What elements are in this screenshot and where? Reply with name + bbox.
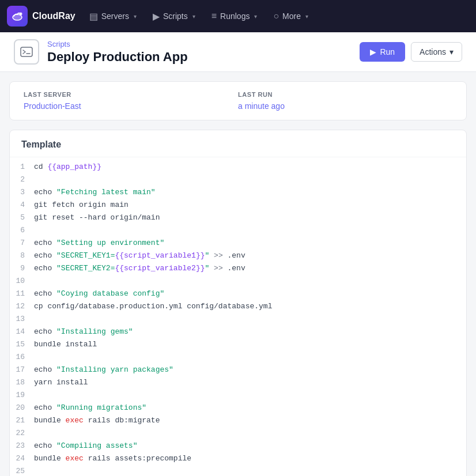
table-row: 20echo "Running migrations" [10,403,466,415]
page-title: Deploy Production App [47,50,188,65]
navbar: CloudRay ▤ Servers ▾ ▶ Scripts ▾ ≡ Runlo… [0,0,476,32]
line-number: 10 [10,277,34,285]
line-content: echo "Installing yarn packages" [34,365,466,374]
scripts-icon: ▶ [153,11,160,22]
line-content: echo "Compiling assets" [34,441,466,450]
last-server-section: LAST SERVER Production-East [24,91,238,111]
header-actions: ▶ Run Actions ▾ [360,42,462,62]
table-row: 22 [10,428,466,441]
last-run-label: LAST RUN [238,91,452,98]
table-row: 15bundle install [10,339,466,352]
line-number: 16 [10,353,34,361]
table-row: 24bundle exec rails assets:precompile [10,454,466,466]
actions-label: Actions [420,47,446,56]
run-label: Run [380,47,395,56]
actions-button[interactable]: Actions ▾ [411,42,462,62]
chevron-down-icon: ▾ [134,13,137,20]
line-content: cp config/database.production.yml config… [34,302,466,311]
terminal-icon [14,39,39,65]
chevron-down-icon: ▾ [254,13,257,20]
line-number: 15 [10,340,34,349]
last-run-section: LAST RUN a minute ago [238,91,452,111]
play-icon: ▶ [370,47,376,56]
table-row: 4git fetch origin main [10,200,466,213]
line-number: 8 [10,251,34,260]
nav-item-more[interactable]: ○ More ▾ [266,7,315,25]
line-content: git reset --hard origin/main [34,213,466,222]
table-row: 10 [10,276,466,289]
line-number: 1 [10,163,34,171]
line-number: 21 [10,416,34,425]
more-icon: ○ [273,11,279,21]
line-number: 4 [10,201,34,209]
title-block: Scripts Deploy Production App [47,40,188,65]
line-content: bundle install [34,340,466,349]
last-server-label: LAST SERVER [24,91,238,98]
table-row: 19 [10,390,466,403]
line-content: bundle exec rails db:migrate [34,416,466,425]
chevron-down-icon: ▾ [192,13,195,20]
line-number: 19 [10,391,34,399]
line-number: 3 [10,188,34,197]
table-row: 14echo "Installing gems" [10,327,466,339]
table-row: 23echo "Compiling assets" [10,441,466,454]
svg-point-1 [20,13,22,16]
page-header: Scripts Deploy Production App ▶ Run Acti… [0,32,476,72]
chevron-down-icon: ▾ [449,47,454,56]
servers-icon: ▤ [89,11,98,22]
nav-label-scripts: Scripts [163,12,188,21]
last-run-value: a minute ago [238,101,452,111]
line-number: 17 [10,365,34,374]
line-content: echo "Running migrations" [34,403,466,412]
line-number: 7 [10,239,34,247]
table-row: 25 [10,466,466,476]
line-number: 20 [10,403,34,412]
breadcrumb[interactable]: Scripts [47,40,188,48]
line-content: yarn install [34,378,466,387]
line-number: 23 [10,441,34,450]
table-row: 1cd {{app_path}} [10,162,466,175]
table-row: 6 [10,225,466,238]
line-content: echo "Setting up environment" [34,239,466,247]
last-server-value[interactable]: Production-East [24,101,238,111]
line-content: echo "SECRET_KEY1={{script_variable1}}" … [34,251,466,260]
table-row: 9echo "SECRET_KEY2={{script_variable2}}"… [10,263,466,276]
nav-label-more: More [282,12,301,21]
table-row: 16 [10,352,466,365]
line-number: 11 [10,289,34,298]
svg-rect-2 [21,47,32,56]
table-row: 13 [10,314,466,327]
line-number: 5 [10,213,34,222]
line-number: 25 [10,467,34,475]
runlogs-icon: ≡ [211,11,217,21]
table-row: 2 [10,175,466,187]
brand[interactable]: CloudRay [7,6,75,27]
line-content: echo "Fetching latest main" [34,188,466,197]
table-row: 11echo "Coying database config" [10,289,466,301]
page-header-left: Scripts Deploy Production App [14,39,188,65]
line-number: 13 [10,315,34,323]
line-number: 2 [10,175,34,184]
line-number: 18 [10,378,34,387]
run-button[interactable]: ▶ Run [360,42,405,62]
line-content: echo "Coying database config" [34,289,466,298]
code-block: 1cd {{app_path}}23echo "Fetching latest … [10,157,466,476]
line-number: 6 [10,226,34,235]
nav-label-servers: Servers [101,12,129,21]
info-card: LAST SERVER Production-East LAST RUN a m… [9,81,467,120]
nav-item-servers[interactable]: ▤ Servers ▾ [82,7,143,25]
line-number: 12 [10,302,34,311]
line-content: echo "SECRET_KEY2={{script_variable2}}" … [34,264,466,273]
template-title: Template [10,139,466,157]
table-row: 12cp config/database.production.yml conf… [10,301,466,314]
line-number: 14 [10,327,34,336]
nav-item-scripts[interactable]: ▶ Scripts ▾ [146,7,202,25]
table-row: 18yarn install [10,377,466,390]
nav-item-runlogs[interactable]: ≡ Runlogs ▾ [205,7,265,25]
table-row: 7echo "Setting up environment" [10,238,466,251]
table-row: 21bundle exec rails db:migrate [10,415,466,428]
brand-name: CloudRay [32,11,75,21]
template-section: Template 1cd {{app_path}}23echo "Fetchin… [9,130,467,476]
table-row: 3echo "Fetching latest main" [10,187,466,200]
table-row: 17echo "Installing yarn packages" [10,365,466,377]
